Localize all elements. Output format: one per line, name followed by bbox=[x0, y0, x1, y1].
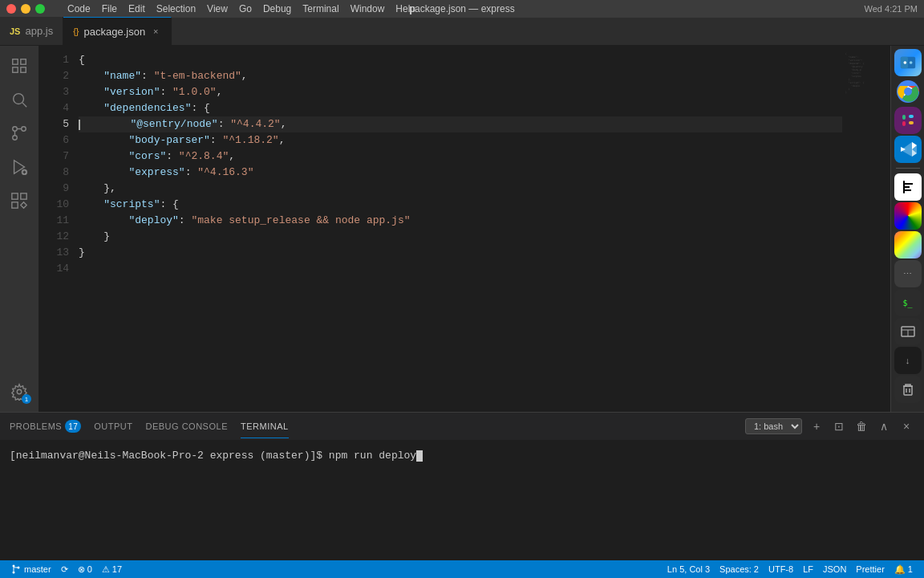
svg-line-5 bbox=[22, 103, 26, 107]
dock-notion[interactable] bbox=[894, 173, 922, 201]
activity-icon-extensions[interactable] bbox=[6, 187, 33, 214]
terminal-select[interactable]: 1: bash bbox=[745, 418, 802, 434]
panel-close[interactable]: × bbox=[898, 418, 914, 434]
tab-app-js[interactable]: JS app.js bbox=[0, 17, 63, 45]
dock-vscode[interactable] bbox=[894, 136, 922, 163]
code-token: "^2.8.4" bbox=[179, 149, 229, 165]
svg-point-38 bbox=[13, 572, 15, 574]
code-token: : bbox=[191, 100, 204, 116]
code-line-13: } bbox=[79, 245, 842, 261]
line-num-1: 1 bbox=[51, 52, 69, 68]
tab-close-package-json[interactable]: × bbox=[150, 26, 161, 37]
code-line-11: "deploy": "make setup_release && node ap… bbox=[79, 213, 842, 229]
dock-chrome[interactable] bbox=[894, 78, 922, 105]
menu-debug[interactable]: Debug bbox=[258, 2, 296, 16]
status-errors[interactable]: ⊗ 0 bbox=[73, 560, 97, 578]
tab-icon-app-js: JS bbox=[10, 26, 20, 36]
warnings-text: ⚠ 17 bbox=[102, 564, 122, 575]
spaces-text: Spaces: 2 bbox=[719, 564, 759, 574]
panel-maximize[interactable]: ∧ bbox=[876, 418, 892, 434]
tab-package-json[interactable]: {} package.json × bbox=[63, 17, 172, 45]
activity-icon-search[interactable] bbox=[6, 86, 33, 113]
dock-file-manager[interactable] bbox=[894, 318, 922, 345]
panel-add-terminal[interactable]: + bbox=[808, 418, 825, 434]
status-branch[interactable]: master bbox=[6, 560, 56, 578]
menu-view[interactable]: View bbox=[202, 2, 233, 16]
svg-rect-28 bbox=[909, 121, 914, 124]
dock-trash[interactable] bbox=[894, 376, 922, 403]
maximize-button[interactable] bbox=[35, 4, 45, 14]
status-sync[interactable]: ⟳ bbox=[56, 560, 73, 578]
dock-finder[interactable] bbox=[894, 49, 922, 76]
code-token bbox=[79, 68, 103, 84]
panel-tab-debug-console[interactable]: DEBUG CONSOLE bbox=[146, 415, 228, 438]
activity-icon-source-control[interactable] bbox=[6, 120, 33, 147]
code-content[interactable]: 1 2 3 4 5 6 7 8 9 10 11 12 13 14 bbox=[38, 46, 890, 412]
title-bar-right: Wed 4:21 PM bbox=[865, 4, 918, 14]
panel-tab-output[interactable]: OUTPUT bbox=[94, 415, 132, 438]
code-line-4: "dependencies": { bbox=[79, 100, 842, 116]
panel-delete-terminal[interactable]: 🗑 bbox=[853, 418, 869, 434]
status-notifications[interactable]: 🔔 1 bbox=[890, 560, 918, 578]
status-language[interactable]: JSON bbox=[818, 560, 851, 578]
status-line-ending[interactable]: LF bbox=[798, 560, 818, 578]
status-prettier[interactable]: Prettier bbox=[851, 560, 889, 578]
activity-icon-debug[interactable] bbox=[6, 153, 33, 181]
dock-slack[interactable] bbox=[894, 107, 922, 134]
close-button[interactable] bbox=[6, 4, 16, 14]
code-token bbox=[79, 132, 128, 149]
code-token: { bbox=[79, 52, 85, 68]
svg-point-8 bbox=[22, 127, 26, 132]
menu-code[interactable]: Code bbox=[63, 2, 95, 16]
status-warnings[interactable]: ⚠ 17 bbox=[97, 560, 127, 578]
menu-window[interactable]: Window bbox=[346, 2, 390, 16]
code-token: : bbox=[166, 149, 179, 165]
line-num-6: 6 bbox=[51, 132, 69, 149]
dock-downloads[interactable]: ↓ bbox=[894, 347, 922, 374]
title-bar: Code File Edit Selection View Go Debug T… bbox=[0, 0, 924, 18]
code-editor[interactable]: 1 2 3 4 5 6 7 8 9 10 11 12 13 14 bbox=[38, 46, 890, 412]
dock-items[interactable]: ⋯ bbox=[894, 260, 922, 287]
menu-terminal[interactable]: Terminal bbox=[298, 2, 343, 16]
language-text: JSON bbox=[823, 564, 846, 574]
status-position[interactable]: Ln 5, Col 3 bbox=[663, 560, 715, 578]
minimap: { "name": "version": "depend": { "@sentr… bbox=[842, 46, 890, 412]
code-token: { bbox=[204, 100, 210, 116]
dock-photos[interactable] bbox=[894, 202, 922, 230]
minimize-button[interactable] bbox=[21, 4, 30, 14]
code-token bbox=[79, 165, 128, 181]
line-num-10: 10 bbox=[51, 197, 69, 213]
panel-tab-problems[interactable]: PROBLEMS17 bbox=[10, 413, 81, 439]
code-token: , bbox=[279, 132, 286, 149]
terminal-content[interactable]: [neilmanvar@Neils-MacBook-Pro-2 express … bbox=[0, 441, 924, 560]
menu-selection[interactable]: Selection bbox=[152, 2, 201, 16]
menu-go[interactable]: Go bbox=[234, 2, 257, 16]
panel-controls: 1: bash + ⊡ 🗑 ∧ × bbox=[745, 418, 914, 434]
encoding-text: UTF-8 bbox=[768, 564, 793, 574]
menu-file[interactable]: File bbox=[97, 2, 122, 16]
dock-colorpicker[interactable] bbox=[894, 231, 922, 258]
panel-tab-terminal[interactable]: TERMINAL bbox=[241, 415, 289, 438]
code-token: "version" bbox=[103, 84, 160, 100]
menu-edit[interactable]: Edit bbox=[124, 2, 150, 16]
code-token: { bbox=[172, 197, 179, 213]
dock-terminal-app[interactable]: $_ bbox=[894, 289, 922, 316]
code-token bbox=[79, 84, 103, 100]
code-token: "^4.16.3" bbox=[197, 165, 253, 181]
status-spaces[interactable]: Spaces: 2 bbox=[715, 560, 764, 578]
code-token bbox=[79, 229, 103, 245]
activity-icon-settings[interactable]: 1 bbox=[6, 378, 33, 405]
activity-icon-explorer[interactable] bbox=[6, 52, 33, 79]
line-num-7: 7 bbox=[51, 149, 69, 165]
tab-bar: JS app.js {} package.json × bbox=[0, 18, 924, 46]
panel-area: PROBLEMS17 OUTPUT DEBUG CONSOLE TERMINAL… bbox=[0, 412, 924, 560]
code-token: : bbox=[218, 116, 231, 132]
status-encoding[interactable]: UTF-8 bbox=[764, 560, 798, 578]
svg-point-21 bbox=[903, 61, 906, 64]
editor-area: 1 1 2 3 4 5 6 7 8 9 1 bbox=[0, 46, 924, 412]
code-token: "cors" bbox=[128, 149, 166, 165]
line-num-11: 11 bbox=[51, 213, 69, 229]
svg-point-7 bbox=[13, 136, 18, 140]
panel-split-terminal[interactable]: ⊡ bbox=[831, 418, 847, 434]
code-token: , bbox=[229, 149, 235, 165]
